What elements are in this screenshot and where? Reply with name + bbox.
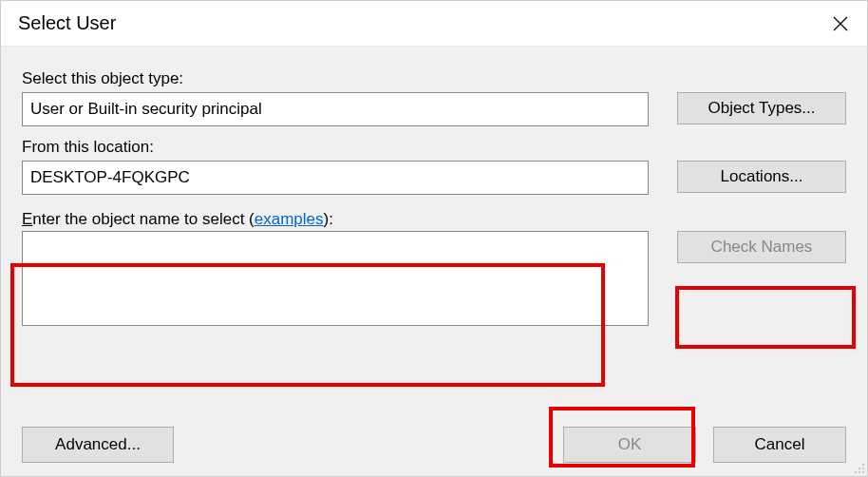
object-types-button[interactable]: Object Types... [677,92,846,124]
object-name-label-text: nter the object name to select ( [32,210,254,228]
location-label: From this location: [22,138,846,157]
examples-link[interactable]: examples [255,210,324,228]
object-name-input[interactable] [22,231,649,326]
svg-point-3 [859,467,860,469]
svg-point-2 [862,464,864,466]
advanced-button[interactable]: Advanced... [22,427,174,463]
bottom-button-row: Advanced... OK Cancel [22,427,846,463]
check-names-button[interactable]: Check Names [677,231,846,263]
svg-point-7 [862,471,864,473]
close-button[interactable] [814,1,867,47]
titlebar: Select User [1,1,867,47]
svg-point-5 [855,471,857,473]
location-field: DESKTOP-4FQKGPC [22,161,649,195]
locations-button[interactable]: Locations... [677,161,846,193]
select-user-dialog: Select User Select this object type: Use… [0,0,868,477]
location-row: DESKTOP-4FQKGPC Locations... [22,161,846,195]
object-type-row: User or Built-in security principal Obje… [22,92,846,126]
object-name-label: Enter the object name to select (example… [22,210,846,229]
dialog-title: Select User [18,12,116,34]
object-type-field: User or Built-in security principal [22,92,649,126]
object-type-label: Select this object type: [22,69,846,88]
object-name-row: Check Names [22,231,846,326]
svg-point-4 [862,467,864,469]
object-name-label-suffix: ): [324,210,333,228]
check-names-wrap: Check Names [677,231,846,263]
svg-point-6 [859,471,860,473]
cancel-button[interactable]: Cancel [713,427,846,463]
object-name-mnemonic: E [22,210,32,228]
dialog-body: Select this object type: User or Built-i… [1,47,867,476]
ok-button[interactable]: OK [563,427,696,463]
close-icon [833,16,848,31]
resize-grip-icon [852,461,865,474]
